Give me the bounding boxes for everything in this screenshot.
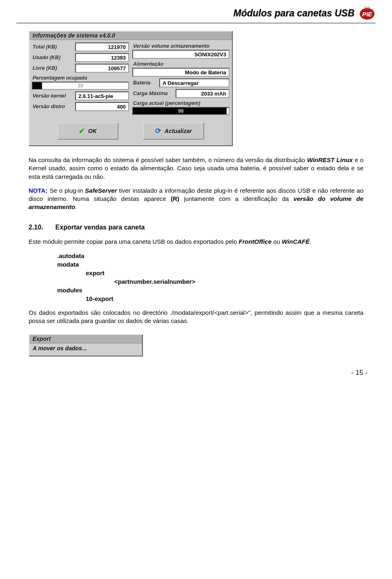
total-label: Total (KB)	[32, 44, 73, 50]
carga-act-progress: 98	[132, 107, 229, 115]
refresh-button[interactable]: ⟳ Actualizar	[143, 122, 204, 140]
check-icon: ✔	[79, 127, 85, 136]
refresh-icon: ⟳	[155, 127, 161, 136]
refresh-button-label: Actualizar	[165, 128, 192, 134]
volume-label: Versão volume armazenamento	[132, 42, 229, 50]
volume-value: SONIX202V3	[132, 50, 229, 59]
paragraph-3: Os dados exportados são colocados no dir…	[29, 309, 363, 325]
export-dialog: Export A mover os dados...	[29, 334, 143, 356]
usado-label: Usado (KB)	[32, 55, 73, 60]
carga-act-progress-text: 98	[133, 108, 229, 114]
aliment-label: Alimentação	[132, 60, 229, 68]
section-heading: 2.10.Exportar vendas para caneta	[29, 224, 363, 231]
paragraph-2: Este módulo permite copiar para uma cane…	[29, 238, 363, 246]
livre-value: 109577	[75, 64, 129, 73]
ok-button-label: OK	[88, 128, 97, 134]
bateria-value: A Descarregar	[159, 78, 229, 87]
header-divider	[16, 23, 376, 23]
brand-logo-icon: PIE Grupo	[359, 6, 376, 20]
svg-text:PIE: PIE	[362, 11, 372, 18]
dialog-title: Informações de sistema v4.0.0	[29, 31, 232, 40]
paragraph-1: Na consulta da informação do sistema é p…	[29, 156, 363, 181]
note-label: NOTA:	[29, 187, 47, 194]
section-number: 2.10.	[29, 224, 43, 231]
carga-max-label: Carga Máxima	[132, 91, 173, 96]
kernel-value: 2.6.11-ac5-pie	[75, 91, 129, 100]
distro-value: 400	[75, 102, 129, 111]
page-title: Módulos para canetas USB	[233, 8, 354, 19]
carga-act-label: Carga actual (percentagem)	[132, 100, 229, 107]
total-value: 121970	[75, 42, 129, 51]
note-paragraph: NOTA: Se o plug-in SafeServer tiver inst…	[29, 187, 363, 212]
brand-winrest-linux: WinREST Linux	[307, 156, 353, 163]
page-header: Módulos para canetas USB PIE Grupo	[0, 0, 392, 23]
ok-button[interactable]: ✔ OK	[57, 122, 118, 140]
aliment-value: Modo de Bateria	[132, 68, 229, 77]
percent-label: Percentagem ocupada	[32, 74, 129, 82]
directory-structure: .autodata modata export <partnumber.seri…	[57, 252, 363, 303]
brand-safeserver: SafeServer	[85, 187, 117, 194]
livre-label: Livre (KB)	[32, 65, 73, 71]
export-dialog-body: A mover os dados...	[29, 343, 142, 356]
brand-frontoffice: FrontOffice	[238, 238, 272, 245]
export-dialog-title: Export	[29, 335, 142, 343]
page-number: - 15 -	[0, 365, 392, 385]
percent-progress: 10	[32, 82, 129, 90]
svg-text:Grupo: Grupo	[364, 6, 370, 9]
section-title: Exportar vendas para caneta	[56, 224, 145, 231]
carga-max-value: 2033 mAh	[176, 89, 229, 98]
system-info-dialog: Informações de sistema v4.0.0 Total (KB)…	[29, 31, 233, 146]
usado-value: 12393	[75, 53, 129, 62]
distro-label: Versão distro	[32, 104, 73, 109]
kernel-label: Versão kernel	[32, 93, 73, 99]
brand-wincafe: WinCAFÉ	[282, 238, 310, 245]
bateria-label: Bateria	[132, 80, 157, 86]
percent-progress-text: 10	[33, 82, 128, 89]
